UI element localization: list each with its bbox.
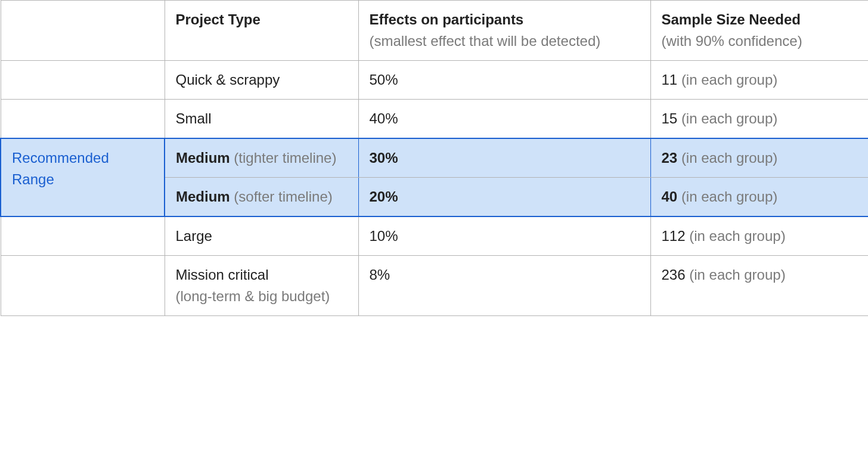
cell-sample-size: 112 (in each group) bbox=[650, 216, 868, 256]
header-effects-sub: (smallest effect that will be detected) bbox=[370, 33, 601, 49]
recommended-range-label: Recommended Range bbox=[1, 138, 165, 216]
cell-effect: 30% bbox=[358, 138, 650, 178]
recommended-col-empty bbox=[1, 61, 165, 100]
effect-value: 8% bbox=[370, 267, 390, 283]
table-row: Small 40% 15 (in each group) bbox=[1, 100, 868, 139]
recommended-col-empty bbox=[1, 216, 165, 256]
cell-project: Small bbox=[165, 100, 358, 139]
table-row-recommended: Recommended Range Medium (tighter timeli… bbox=[1, 138, 868, 178]
project-note: (softer timeline) bbox=[234, 188, 332, 205]
header-sample-size: Sample Size Needed (with 90% confidence) bbox=[650, 1, 868, 61]
n-value: 11 bbox=[662, 72, 678, 88]
n-suffix: (in each group) bbox=[681, 110, 777, 126]
header-project-type-label: Project Type bbox=[176, 11, 261, 27]
cell-effect: 10% bbox=[358, 216, 650, 256]
cell-project: Medium (softer timeline) bbox=[165, 178, 358, 217]
sample-size-table: Project Type Effects on participants (sm… bbox=[0, 0, 868, 316]
n-suffix: (in each group) bbox=[681, 150, 777, 166]
project-note: (long-term & big budget) bbox=[176, 288, 330, 304]
effect-value: 10% bbox=[370, 228, 398, 244]
cell-sample-size: 15 (in each group) bbox=[650, 100, 868, 139]
header-sample-size-sub: (with 90% confidence) bbox=[662, 33, 802, 49]
n-value: 23 bbox=[662, 150, 678, 166]
cell-sample-size: 23 (in each group) bbox=[650, 138, 868, 178]
cell-sample-size: 11 (in each group) bbox=[650, 61, 868, 100]
table-row: Large 10% 112 (in each group) bbox=[1, 216, 868, 256]
effect-value: 30% bbox=[370, 150, 398, 166]
table-header-row: Project Type Effects on participants (sm… bbox=[1, 1, 868, 61]
cell-effect: 50% bbox=[358, 61, 650, 100]
project-name: Quick & scrappy bbox=[176, 72, 280, 88]
cell-project: Medium (tighter timeline) bbox=[165, 138, 358, 178]
project-name: Medium bbox=[176, 150, 230, 166]
table-row: Quick & scrappy 50% 11 (in each group) bbox=[1, 61, 868, 100]
effect-value: 40% bbox=[370, 110, 398, 126]
n-value: 15 bbox=[662, 110, 678, 126]
cell-project: Large bbox=[165, 216, 358, 256]
n-value: 236 bbox=[662, 267, 686, 283]
n-value: 112 bbox=[662, 228, 686, 244]
cell-sample-size: 236 (in each group) bbox=[650, 256, 868, 316]
n-suffix: (in each group) bbox=[681, 188, 777, 205]
header-effects-label: Effects on participants bbox=[370, 11, 524, 27]
cell-effect: 40% bbox=[358, 100, 650, 139]
n-value: 40 bbox=[662, 188, 678, 205]
cell-project: Quick & scrappy bbox=[165, 61, 358, 100]
recommended-col-empty bbox=[1, 256, 165, 316]
project-name: Large bbox=[176, 228, 212, 244]
n-suffix: (in each group) bbox=[681, 72, 777, 88]
cell-effect: 20% bbox=[358, 178, 650, 217]
effect-value: 20% bbox=[370, 188, 398, 205]
header-sample-size-label: Sample Size Needed bbox=[662, 11, 801, 27]
project-note: (tighter timeline) bbox=[234, 150, 336, 166]
header-project-type: Project Type bbox=[165, 1, 358, 61]
n-suffix: (in each group) bbox=[689, 267, 785, 283]
n-suffix: (in each group) bbox=[689, 228, 785, 244]
table-row: Mission critical (long-term & big budget… bbox=[1, 256, 868, 316]
project-name: Medium bbox=[176, 188, 230, 205]
project-name: Mission critical bbox=[176, 267, 269, 283]
header-recommended-col bbox=[1, 1, 165, 61]
recommended-col-empty bbox=[1, 100, 165, 139]
cell-project: Mission critical (long-term & big budget… bbox=[165, 256, 358, 316]
cell-effect: 8% bbox=[358, 256, 650, 316]
effect-value: 50% bbox=[370, 72, 398, 88]
header-effects: Effects on participants (smallest effect… bbox=[358, 1, 650, 61]
project-name: Small bbox=[176, 110, 212, 126]
cell-sample-size: 40 (in each group) bbox=[650, 178, 868, 217]
